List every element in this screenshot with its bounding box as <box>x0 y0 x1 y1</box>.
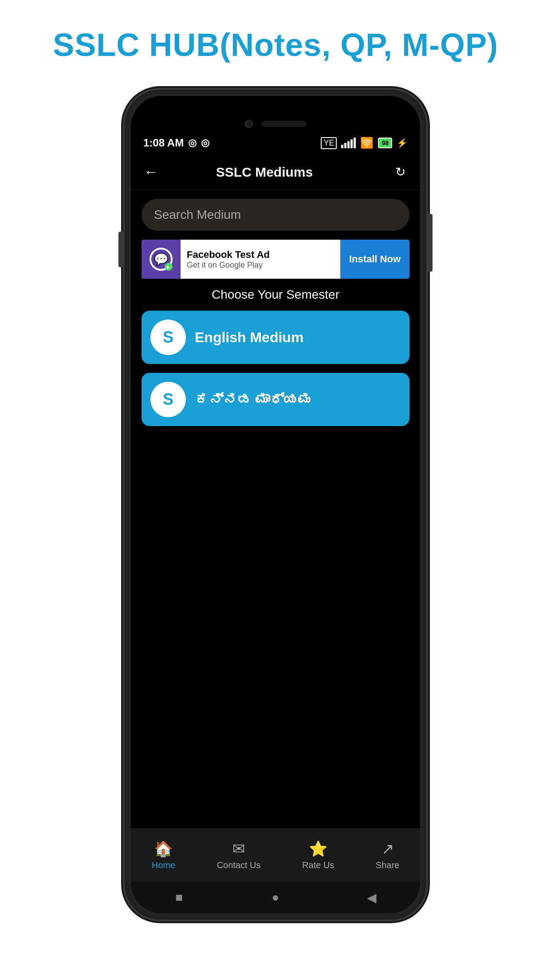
notch <box>245 120 306 128</box>
contact-icon: ✉ <box>232 840 245 858</box>
status-bar: 1:08 AM ◎ ◎ YE 🛜 98 ⚡ <box>131 131 420 154</box>
ad-icon-inner: 💬 ▶ <box>150 248 173 271</box>
android-nav-bar: ■ ● ◀ <box>131 881 420 913</box>
nav-rate[interactable]: ⭐ Rate Us <box>302 840 334 870</box>
rate-icon: ⭐ <box>309 840 327 858</box>
english-medium-name: English Medium <box>195 329 303 346</box>
nav-home-label: Home <box>152 860 175 870</box>
android-square-btn[interactable]: ■ <box>166 884 193 911</box>
ad-title: Facebook Test Ad <box>187 249 334 261</box>
page-title: SSLC HUB(Notes, QP, M-QP) <box>53 27 498 63</box>
nav-home[interactable]: 🏠 Home <box>152 840 175 870</box>
camera <box>245 120 253 128</box>
android-circle-btn[interactable]: ● <box>262 884 289 911</box>
wifi-icon: 🛜 <box>360 137 374 149</box>
android-triangle-btn[interactable]: ◀ <box>358 884 385 911</box>
speaker <box>262 121 306 127</box>
refresh-button[interactable]: ↻ <box>389 161 411 183</box>
search-bar[interactable]: Search Medium <box>142 199 409 231</box>
lightning-icon: ⚡ <box>397 138 408 148</box>
app-bar: ← SSLC Mediums ↻ <box>131 154 420 190</box>
battery-icon: 98 <box>378 138 392 148</box>
nav-share[interactable]: ↗ Share <box>376 840 399 870</box>
ad-content: Facebook Test Ad Get it on Google Play <box>181 249 340 270</box>
phone-screen: 1:08 AM ◎ ◎ YE 🛜 98 ⚡ ← SSLC <box>131 96 420 913</box>
signal-icon <box>341 138 356 148</box>
english-medium-avatar: S <box>150 320 186 355</box>
kannada-medium-button[interactable]: S ಕನ್ನಡ ಮಾಧ್ಯಮ <box>142 373 409 426</box>
notch-bar <box>131 96 420 131</box>
ad-subtitle: Get it on Google Play <box>187 261 334 270</box>
share-icon: ↗ <box>382 840 394 858</box>
ad-play-badge: ▶ <box>165 263 173 271</box>
time-text: 1:08 AM <box>143 137 184 149</box>
english-medium-button[interactable]: S English Medium <box>142 311 409 364</box>
nav-rate-label: Rate Us <box>302 860 334 870</box>
ad-icon-bg: 💬 ▶ <box>142 240 181 279</box>
kannada-medium-name: ಕನ್ನಡ ಮಾಧ್ಯಮ <box>195 391 312 408</box>
content-area: Search Medium 💬 ▶ Facebook Test Ad Get i… <box>131 190 420 828</box>
ad-banner[interactable]: 💬 ▶ Facebook Test Ad Get it on Google Pl… <box>142 240 409 279</box>
status-time: 1:08 AM ◎ ◎ <box>143 137 209 149</box>
semester-label: Choose Your Semester <box>142 288 409 302</box>
search-placeholder: Search Medium <box>154 208 241 222</box>
app-bar-title: SSLC Mediums <box>140 165 389 180</box>
ad-install-button[interactable]: Install Now <box>340 240 409 279</box>
nav-contact[interactable]: ✉ Contact Us <box>217 840 261 870</box>
circle-icon1: ◎ <box>188 137 197 149</box>
nav-share-label: Share <box>376 860 399 870</box>
circle-icon2: ◎ <box>201 137 209 149</box>
kannada-medium-avatar: S <box>150 382 186 417</box>
nav-contact-label: Contact Us <box>217 860 261 870</box>
ye-icon: YE <box>321 137 337 149</box>
bottom-nav: 🏠 Home ✉ Contact Us ⭐ Rate Us ↗ Share <box>131 828 420 881</box>
phone-mockup: 1:08 AM ◎ ◎ YE 🛜 98 ⚡ ← SSLC <box>125 90 426 920</box>
status-icons: YE 🛜 98 ⚡ <box>321 137 408 149</box>
home-icon: 🏠 <box>154 840 173 858</box>
